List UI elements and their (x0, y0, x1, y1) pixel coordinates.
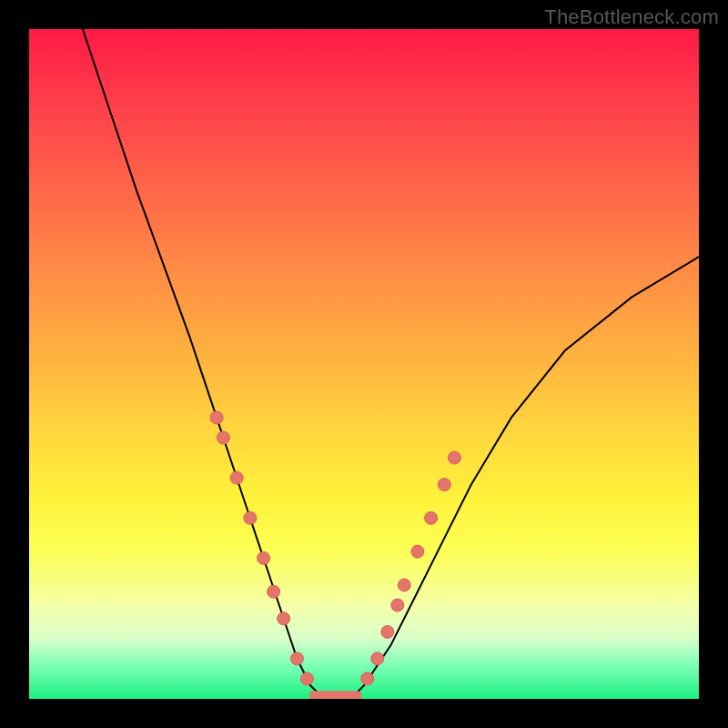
data-marker (244, 511, 257, 524)
data-marker (448, 451, 460, 464)
data-marker (258, 551, 270, 564)
data-marker (217, 431, 229, 444)
data-marker (438, 479, 450, 491)
data-marker (411, 545, 424, 558)
data-marker (300, 672, 313, 685)
data-marker (268, 585, 280, 598)
watermark-text: TheBottleneck.com (544, 5, 719, 29)
data-marker (381, 625, 394, 638)
data-marker (361, 672, 374, 685)
chart-frame: TheBottleneck.com (0, 0, 728, 728)
data-marker (398, 579, 410, 592)
marker-group (210, 411, 460, 685)
data-marker (425, 511, 438, 524)
plot-area (29, 29, 699, 699)
data-marker (230, 471, 243, 484)
bottleneck-curve (83, 29, 699, 699)
data-marker (391, 599, 404, 612)
curve-overlay (29, 29, 699, 699)
data-marker (371, 652, 384, 665)
data-marker (278, 612, 290, 625)
data-marker (210, 411, 223, 424)
data-marker (290, 652, 303, 665)
